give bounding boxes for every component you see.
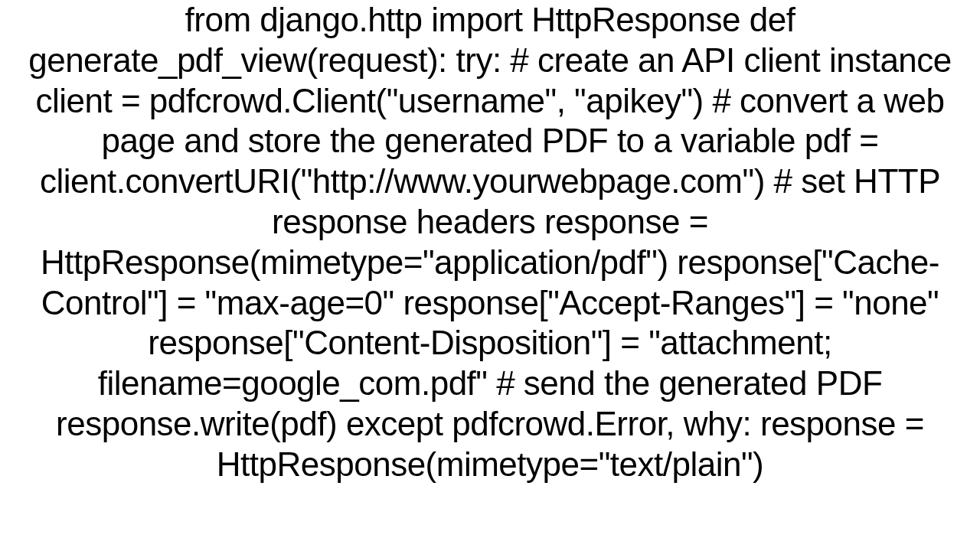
code-block: from django.http import HttpResponse def… [0, 0, 980, 485]
code-text: from django.http import HttpResponse def… [28, 1, 952, 483]
